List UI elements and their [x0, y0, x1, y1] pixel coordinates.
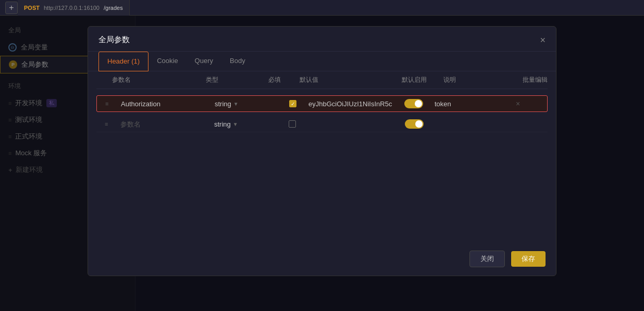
cancel-button[interactable]: 关闭: [469, 251, 505, 267]
batch-edit-button[interactable]: 批量编辑: [506, 76, 548, 84]
row2-param-name-input[interactable]: [120, 120, 214, 128]
toggle-thumb: [415, 100, 422, 107]
table-row: ≡ string ▼ ✓: [96, 95, 548, 112]
row2-default-value-input[interactable]: [308, 120, 393, 128]
col-required: 必填: [268, 76, 300, 84]
request-tab[interactable]: POST http://127.0.0.1:16100 /grades: [18, 0, 130, 16]
tab-header[interactable]: Header (1): [98, 52, 148, 71]
row2-drag-handle-icon: ≡: [105, 121, 120, 127]
row2-required-cell: [277, 120, 308, 128]
row1-required-checkbox[interactable]: ✓: [289, 100, 296, 107]
table-row-1-wrapper: ≡ string ▼ ✓: [88, 93, 556, 114]
row2-description-input[interactable]: [435, 120, 498, 128]
col-param-name: 参数名: [112, 76, 206, 84]
dialog-footer: 关闭 保存: [459, 242, 556, 276]
table-content: ≡ string ▼ ✓: [88, 89, 556, 139]
row2-type-dropdown-icon: ▼: [233, 121, 238, 127]
row1-required-cell: ✓: [277, 100, 308, 107]
row1-default-value-input[interactable]: [308, 100, 393, 108]
col-type: 类型: [206, 76, 268, 84]
row1-toggle-cell: [393, 99, 435, 108]
col-default-enabled: 默认启用: [402, 76, 443, 84]
toggle-thumb: [415, 120, 423, 128]
row1-type-select[interactable]: string ▼: [215, 100, 277, 108]
request-path: /grades: [104, 5, 123, 11]
row1-type-dropdown-icon: ▼: [233, 101, 239, 107]
row1-delete-button[interactable]: ×: [497, 99, 539, 108]
dialog-header: 全局参数 ×: [88, 27, 556, 52]
checkmark-icon: ✓: [291, 101, 295, 107]
dialog-tabs: Header (1) Cookie Query Body: [88, 52, 556, 71]
request-url: http://127.0.0.1:16100: [44, 5, 100, 11]
row2-enabled-toggle[interactable]: [405, 119, 424, 129]
col-default-value: 默认值: [300, 76, 402, 84]
col-description: 说明: [443, 76, 506, 84]
tab-body[interactable]: Body: [221, 52, 254, 71]
add-tab-button[interactable]: +: [5, 2, 18, 14]
dialog-title: 全局参数: [98, 35, 130, 45]
table-header-row: 参数名 类型 必填 默认值 默认启用 说明 批量编辑: [88, 71, 556, 89]
row1-param-name-input[interactable]: [121, 100, 215, 108]
request-method: POST: [24, 5, 40, 11]
row1-description-input[interactable]: [435, 100, 497, 108]
row1-enabled-toggle[interactable]: [404, 99, 423, 108]
table-row: ≡ string ▼: [96, 116, 548, 132]
tab-query[interactable]: Query: [187, 52, 221, 71]
dialog-close-button[interactable]: ×: [540, 35, 546, 45]
table-row-2-wrapper: ≡ string ▼: [88, 114, 556, 134]
main-layout: 全局 ⊖ 全局变量 P 全局参数 环境 ≡ 开发环境 私 ≡ 测试环境: [0, 16, 644, 311]
row1-drag-handle-icon: ≡: [105, 101, 121, 107]
row2-type-select[interactable]: string ▼: [214, 120, 277, 128]
row2-type-value: string: [214, 120, 231, 128]
row2-toggle-cell: [393, 119, 435, 129]
top-bar: + POST http://127.0.0.1:16100 /grades: [0, 0, 644, 16]
row1-type-value: string: [215, 100, 231, 108]
modal-overlay: 全局参数 × Header (1) Cookie Query Body: [0, 16, 644, 311]
tab-cookie[interactable]: Cookie: [148, 52, 186, 71]
save-button[interactable]: 保存: [511, 251, 546, 267]
global-params-dialog: 全局参数 × Header (1) Cookie Query Body: [88, 26, 556, 276]
row2-required-checkbox[interactable]: [289, 120, 296, 128]
